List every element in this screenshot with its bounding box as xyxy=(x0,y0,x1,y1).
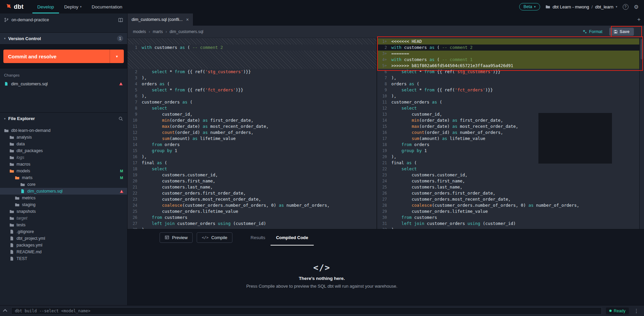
command-input[interactable]: dbt build --select <model_name> xyxy=(11,307,602,315)
code-line-26[interactable]: 26 from customers xyxy=(128,214,376,221)
tree-item-analysis[interactable]: analysis xyxy=(0,134,127,141)
gear-icon[interactable]: ⚙ xyxy=(634,4,639,10)
file-explorer-header[interactable]: ▾ File Explorer xyxy=(0,112,127,124)
tree-item-dbt_project.yml[interactable]: dbt_project.yml xyxy=(0,235,127,242)
code-line-6[interactable]: 6), xyxy=(128,93,376,99)
book-icon[interactable] xyxy=(118,18,123,23)
code-line-11[interactable]: 11 max(order_date) as most_recent_order_… xyxy=(128,123,376,130)
breadcrumb-marts[interactable]: marts xyxy=(153,29,163,34)
code-line-4+[interactable]: 4+with customers as ( -- comment 1 xyxy=(377,57,639,63)
dbt-logo[interactable]: dbt xyxy=(5,3,24,10)
code-line-30[interactable]: 30 from customers xyxy=(377,214,639,221)
code-line-21[interactable]: 21 customers.last_name, xyxy=(128,184,376,190)
search-icon[interactable] xyxy=(118,116,123,121)
beta-badge[interactable]: Beta ▾ xyxy=(519,3,540,10)
code-line-5[interactable]: 5 select * from {{ ref('fct_orders')}} xyxy=(128,87,376,93)
nav-item-deploy[interactable]: Deploy▾ xyxy=(59,0,87,13)
tree-item-staging[interactable]: staging xyxy=(0,201,127,208)
tree-item-metrics[interactable]: metrics xyxy=(0,195,127,201)
code-line-20[interactable]: 20 customers.first_name, xyxy=(128,178,376,184)
code-line-28[interactable]: 28 coalesce(customer_orders.number_of_or… xyxy=(377,202,639,208)
code-line-32[interactable]: 32) xyxy=(377,227,639,229)
code-line-17[interactable]: 17final as ( xyxy=(128,160,376,166)
tab-compiled-code[interactable]: Compiled Code xyxy=(271,229,313,246)
tree-item-dim_customers.sql[interactable]: dim_customers.sql xyxy=(0,188,127,195)
code-line-23[interactable]: 23 customer_orders.most_recent_order_dat… xyxy=(128,196,376,202)
tree-item-snapshots[interactable]: snapshots xyxy=(0,208,127,215)
editor-pane-left[interactable]: 1with customers as ( -- comment 22 selec… xyxy=(128,38,377,229)
code-line-16[interactable]: 16), xyxy=(128,154,376,160)
tree-item-core[interactable]: core xyxy=(0,181,127,188)
code-line-7[interactable]: 7), xyxy=(377,75,639,81)
tree-item-macros[interactable]: macros xyxy=(0,161,127,168)
close-tab-icon[interactable]: × xyxy=(186,17,189,22)
tree-item-tests[interactable]: tests xyxy=(0,222,127,228)
help-icon[interactable]: ? xyxy=(623,4,628,10)
editor-scrollbar[interactable] xyxy=(639,38,644,229)
code-line-6[interactable]: 6 select * from {{ ref('stg_customers')}… xyxy=(377,69,639,75)
tree-item-data[interactable]: data xyxy=(0,141,127,147)
format-button[interactable]: Format xyxy=(582,29,603,34)
tree-item-TEST[interactable]: TEST xyxy=(0,255,127,262)
code-line-22[interactable]: 22 customer_orders.first_order_date, xyxy=(128,190,376,196)
commit-and-resolve-button[interactable]: Commit and resolve ▾ xyxy=(3,50,124,63)
tree-item-models[interactable]: modelsM xyxy=(0,168,127,174)
code-line-27[interactable]: 27 customer_orders.most_recent_order_dat… xyxy=(377,196,639,202)
nav-item-documentation[interactable]: Documentation xyxy=(87,0,128,13)
code-line-23[interactable]: 23 customers.customer_id, xyxy=(377,172,639,178)
nav-item-develop[interactable]: Develop xyxy=(32,0,59,13)
status-badge[interactable]: Ready xyxy=(606,308,629,314)
code-line-5+[interactable]: 5+>>>>>>> b81f802a66fd544504c65721e3ffaa… xyxy=(377,63,639,69)
tree-item-packages.yml[interactable]: packages.yml xyxy=(0,242,127,249)
commit-options-chevron-icon[interactable]: ▾ xyxy=(110,50,124,63)
code-line-14[interactable]: 14 from orders xyxy=(128,142,376,148)
compile-button[interactable]: </> Compile xyxy=(197,232,232,243)
code-line-4[interactable]: 4orders as ( xyxy=(128,81,376,87)
changed-file-dim-customers[interactable]: dim_customers.sql xyxy=(0,79,127,88)
breadcrumb-models[interactable]: models xyxy=(133,29,146,34)
code-line-24[interactable]: 24 customers.first_name, xyxy=(377,178,639,184)
code-line-12[interactable]: 12 count(order_id) as number_of_orders, xyxy=(128,130,376,136)
code-line-2[interactable]: 2with customers as ( -- comment 2 xyxy=(377,45,639,51)
save-button[interactable]: Save xyxy=(609,28,634,36)
project-selector[interactable]: dbt Learn - mwong / dbt_learn ▾ xyxy=(545,4,617,9)
version-control-header[interactable]: ▾ Version Control 1 xyxy=(0,32,127,45)
code-line-9[interactable]: 9 select * from {{ ref('fct_orders')}} xyxy=(377,87,639,93)
tree-item-marts[interactable]: martsM xyxy=(0,174,127,181)
code-line-3[interactable]: 3), xyxy=(128,75,376,81)
code-line-22[interactable]: 22 select xyxy=(377,166,639,172)
code-line-27[interactable]: 27 left join customer_orders using (cust… xyxy=(128,221,376,227)
code-line-2[interactable]: 2 select * from {{ ref('stg_customers')}… xyxy=(128,69,376,75)
preview-button[interactable]: Preview xyxy=(160,232,193,243)
code-line-24[interactable]: 24 coalesce(customer_orders.number_of_or… xyxy=(128,202,376,208)
scrollbar-thumb[interactable] xyxy=(641,39,643,59)
code-line-9[interactable]: 9 customer_id, xyxy=(128,111,376,117)
tab-results[interactable]: Results xyxy=(245,229,271,246)
tree-item-README.md[interactable]: README.md xyxy=(0,249,127,255)
editor-pane-right[interactable]: 1+<<<<<<< HEAD2with customers as ( -- co… xyxy=(377,38,639,229)
code-line-7[interactable]: 7customer_orders as ( xyxy=(128,99,376,105)
code-line-29[interactable]: 29 customer_orders.lifetime_value xyxy=(377,208,639,214)
tab-dim-customers-sql[interactable]: dim_customers.sql (confli... × xyxy=(128,13,193,26)
code-line-11[interactable]: 11customer_orders as ( xyxy=(377,99,639,105)
tree-item-logs[interactable]: logs xyxy=(0,154,127,161)
tree-item-.gitignore[interactable]: .gitignore xyxy=(0,228,127,235)
code-line-28[interactable]: 28) xyxy=(128,227,376,229)
code-line-1[interactable]: 1with customers as ( -- comment 2 xyxy=(128,45,376,51)
code-line-8[interactable]: 8orders as ( xyxy=(377,81,639,87)
code-line-12[interactable]: 12 select xyxy=(377,105,639,111)
branch-selector[interactable]: on-demand-practice xyxy=(0,13,127,26)
new-tab-icon[interactable]: + xyxy=(634,13,644,26)
code-line-19[interactable]: 19 customers.customer_id, xyxy=(128,172,376,178)
code-line-18[interactable]: 18 select xyxy=(128,166,376,172)
code-line-25[interactable]: 25 customer_orders.lifetime_value xyxy=(128,208,376,214)
tree-item-dbt-learn-on-demand[interactable]: dbt-learn-on-demand xyxy=(0,127,127,134)
code-line-31[interactable]: 31 left join customer_orders using (cust… xyxy=(377,221,639,227)
code-line-1+[interactable]: 1+<<<<<<< HEAD xyxy=(377,38,639,45)
tree-item-target[interactable]: target xyxy=(0,215,127,222)
breadcrumb-dim-customers[interactable]: dim_customers.sql xyxy=(170,29,203,34)
code-line-10[interactable]: 10 min(order_date) as first_order_date, xyxy=(128,117,376,123)
code-line-8[interactable]: 8 select xyxy=(128,105,376,111)
kebab-menu-icon[interactable]: ⋮ xyxy=(633,308,640,314)
code-line-13[interactable]: 13 sum(amount) as lifetime_value xyxy=(128,136,376,142)
